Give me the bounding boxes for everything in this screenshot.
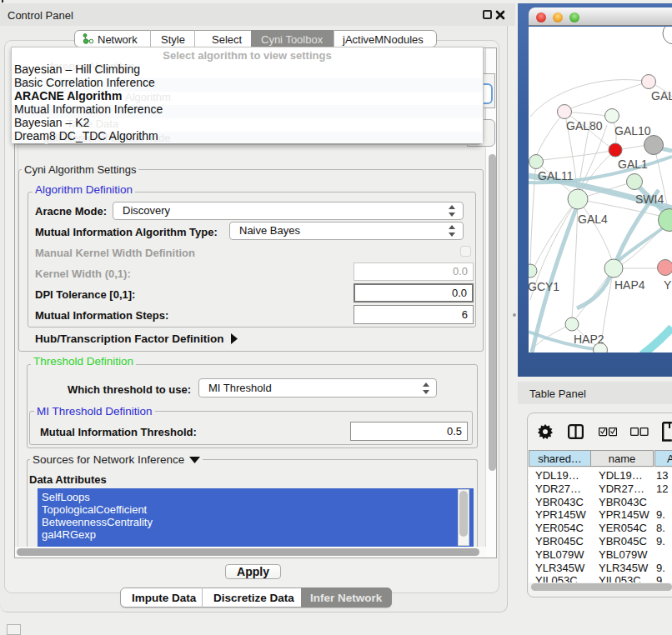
svg-text:GCY1: GCY1 [529,280,559,293]
svg-text:HAP4: HAP4 [614,278,645,292]
svg-text:GAL1: GAL1 [618,158,648,171]
svg-text:GAL10: GAL10 [614,124,651,138]
svg-text:HAP2: HAP2 [574,332,604,346]
svg-text:GAL80: GAL80 [566,119,603,132]
svg-text:Y: Y [664,278,672,292]
svg-text:GAL11: GAL11 [538,169,574,182]
svg-text:GAL4: GAL4 [578,212,608,226]
svg-text:GAL: GAL [651,89,672,102]
svg-text:SWI4: SWI4 [635,192,664,206]
